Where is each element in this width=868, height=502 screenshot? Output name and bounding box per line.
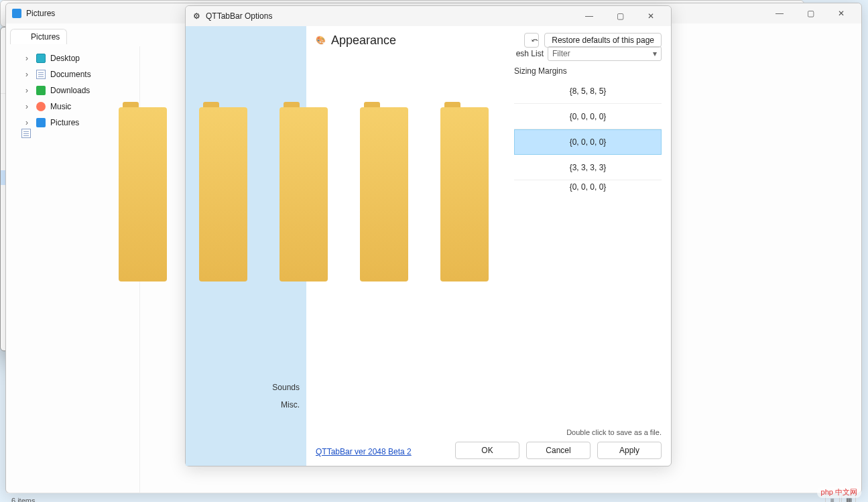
close-button[interactable]: ✕ (826, 4, 856, 23)
version-link[interactable]: QTTabBar ver 2048 Beta 2 (316, 447, 412, 456)
hint-text: Double click to save as a file. (566, 428, 662, 436)
minimize-button[interactable]: — (574, 7, 604, 25)
folder-item[interactable]: Video Projects (432, 102, 497, 153)
tab-label: Pictures (31, 32, 60, 42)
restore-defaults-page-button[interactable]: Restore defaults of this page (544, 33, 662, 48)
folder-icon (440, 102, 489, 139)
folder-item[interactable]: Apowersoft (111, 102, 175, 153)
nav-item-desktop[interactable]: ›Desktop (6, 50, 139, 66)
margin-row[interactable]: {0, 0, 0, 0} (514, 180, 662, 194)
margin-row[interactable]: {8, 5, 8, 5} (514, 78, 662, 104)
sizing-margins-header: Sizing Margins (514, 66, 662, 76)
cancel-button[interactable]: Cancel (526, 442, 591, 459)
nav-item-downloads[interactable]: ›Downloads (6, 82, 139, 99)
explorer-tab[interactable]: Pictures (10, 29, 67, 44)
folder-icon (199, 102, 247, 139)
ok-button[interactable]: OK (455, 442, 519, 459)
restore-defaults-button[interactable]: ⤺ (524, 33, 539, 48)
folder-icon (280, 102, 328, 139)
sidebar-item-misc[interactable]: Misc. (186, 396, 306, 414)
pictures-icon (17, 32, 27, 42)
refresh-list-label: esh List (516, 49, 544, 58)
item-count: 6 items (11, 497, 35, 503)
pictures-icon (11, 8, 22, 19)
options-title: QTTabBar Options (206, 11, 574, 21)
margin-row[interactable]: {3, 3, 3, 3} (514, 155, 662, 180)
apply-button[interactable]: Apply (597, 442, 662, 459)
folder-item[interactable]: Big Cats (191, 102, 255, 153)
options-window: ⚙ QTTabBar Options — ▢ ✕ Sounds Misc. 🎨 … (185, 5, 672, 466)
maximize-button[interactable]: ▢ (605, 7, 635, 25)
maximize-button[interactable]: ▢ (796, 4, 825, 23)
gear-icon: ⚙ (191, 11, 202, 21)
folder-item[interactable]: Camera Roll (271, 102, 336, 153)
margin-row[interactable]: {0, 0, 0, 0} (514, 104, 662, 129)
folder-item[interactable]: Saved Pictures (352, 102, 416, 153)
options-titlebar: ⚙ QTTabBar Options — ▢ ✕ (186, 6, 671, 26)
filter-combobox[interactable]: Filter (548, 46, 662, 61)
watermark: php 中文网 (817, 487, 861, 498)
close-button[interactable]: ✕ (636, 7, 666, 25)
sidebar-item-sounds[interactable]: Sounds (186, 379, 306, 396)
palette-icon: 🎨 (316, 36, 326, 45)
sizing-margins-list: Sizing Margins {8, 5, 8, 5} {0, 0, 0, 0}… (514, 66, 662, 194)
nav-item-documents[interactable]: ›Documents (6, 66, 139, 82)
folder-icon (360, 102, 408, 139)
margin-row-selected[interactable]: {0, 0, 0, 0} (514, 129, 662, 155)
minimize-button[interactable]: — (765, 4, 794, 23)
explorer-statusbar: 6 items ≡ ▦ (6, 493, 861, 502)
folder-icon (119, 102, 167, 139)
page-heading: Appearance (331, 34, 396, 48)
